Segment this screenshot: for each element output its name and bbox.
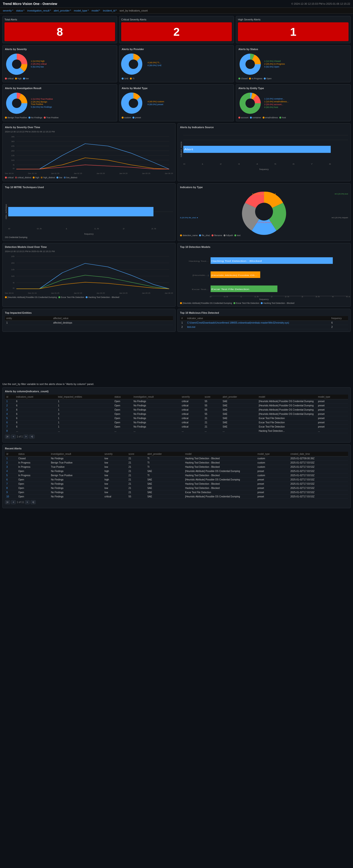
model-cell: Hacking Tool Detection... (258, 429, 317, 433)
svg-text:Excar Test...: Excar Test... (192, 288, 209, 290)
score-cell: ... (203, 429, 221, 433)
detection-models-chart: 25 20 15 10 5 0 (5, 254, 173, 291)
table-row: 3 6 1 Open No Findings critical 55 SAE [… (5, 408, 348, 412)
recent-id-cell[interactable]: 8 (5, 486, 17, 490)
alert-id-cell[interactable]: 8 (5, 429, 15, 433)
alert-id-cell[interactable]: 5 (5, 416, 15, 421)
filter-investigation[interactable]: investigation_result (27, 9, 51, 12)
alerts-by-column-card: Alerts by column(indicators_count) id in… (2, 387, 351, 442)
malicious-file-value2[interactable]: test.exe (186, 325, 330, 329)
svg-text:1: 1 (65, 228, 67, 230)
recent-status-cell: Open (17, 477, 50, 482)
svg-point-2 (245, 60, 255, 69)
recent-model-type-cell: custom (256, 461, 289, 465)
total-impacted-cell: 1 (57, 421, 113, 425)
recent-model-type-cell: preset (256, 469, 289, 473)
table-row: 10 Open No Findings critical 55 SAE [Heu… (5, 495, 348, 499)
recent-investigation-cell: No Findings (50, 477, 103, 482)
model-cell: Excar Test File Detection (258, 416, 317, 421)
alert-id-cell[interactable]: 6 (5, 421, 15, 425)
severity-cell: critical (180, 421, 203, 425)
recent-model-cell: Hacking Tool Detection - Blocked (184, 473, 256, 477)
recent-id-cell[interactable]: 6 (5, 477, 17, 482)
pie-charts-row-2: Alerts by Investigation Result 1 (12.5%)… (2, 84, 351, 121)
svg-text:1.5: 1.5 (94, 228, 99, 230)
provider-cell: SAE (221, 412, 257, 416)
recent-created-cell: 2025-01-02T17:03:53Z (289, 473, 348, 477)
recent-status-cell: Open (17, 469, 50, 473)
alert-id-cell[interactable]: 7 (5, 425, 15, 429)
col-indicators-count: indicators_count (15, 395, 57, 399)
table-row: 3 In Progress True Positive low 21 TI Ha… (5, 465, 348, 469)
recent-id-cell[interactable]: 7 (5, 482, 17, 486)
provider-legend: SAE TI (122, 78, 231, 80)
alert-id-cell[interactable]: 1 (5, 399, 15, 404)
prev-page-btn[interactable]: < (11, 435, 16, 439)
entities-malicious-row: Top Impacted Entities entity affected_va… (2, 309, 351, 332)
recent-provider-cell: TI (146, 473, 184, 477)
entity-cell: 1 (5, 321, 52, 325)
alert-id-cell[interactable]: 4 (5, 412, 15, 416)
alert-id-cell[interactable]: 2 (5, 404, 15, 408)
next-page-btn[interactable]: > (24, 435, 28, 439)
investigation-cell: No Findings (132, 404, 180, 408)
status-legend: Closed In Progress Open (238, 78, 348, 80)
col-model-type: model_type (317, 395, 348, 399)
detection-models-x-axis: Dec 30 24Dec 31 24Jan 01 25Jan 02 25Jan … (5, 291, 173, 294)
recent-id-cell[interactable]: 1 (5, 457, 17, 461)
svg-text:20: 20 (11, 262, 14, 264)
provider-pie (122, 53, 145, 76)
filter-status[interactable]: status (16, 9, 25, 12)
recent-model-type-cell: preset (256, 482, 289, 486)
recent-id-cell[interactable]: 4 (5, 469, 17, 473)
investigation-cell: No Findings (132, 399, 180, 404)
table-row: 1 affected_desktops (5, 321, 173, 325)
model-cell: Excar Test File Detection (258, 421, 317, 425)
recent-created-cell: 2025-01-02T17:03:53Z (289, 461, 348, 465)
recent-status-cell: Open (17, 490, 50, 495)
top10-malicious-files-card: Top 10 Malicious Files Detected # indica… (177, 309, 351, 332)
top-impacted-entities-card: Top Impacted Entities entity affected_va… (2, 309, 176, 332)
filter-model-type[interactable]: model_type (74, 9, 89, 12)
svg-text:0.5: 0.5 (37, 228, 42, 230)
filter-incident[interactable]: incident_id (103, 9, 117, 12)
recent-next-page-btn[interactable]: > (25, 500, 30, 504)
empty-space (2, 334, 351, 381)
first-page-btn[interactable]: |< (5, 435, 10, 439)
recent-investigation-cell: No Findings (50, 482, 103, 486)
filter-model[interactable]: model (92, 9, 100, 12)
filter-severity[interactable]: severity (3, 9, 13, 12)
recent-id-cell[interactable]: 2 (5, 461, 17, 465)
recent-model-type-cell: custom (256, 457, 289, 461)
recent-id-cell[interactable]: 5 (5, 473, 17, 477)
alerts-by-column-pagination: |< < 1 of 1 > >| (5, 433, 348, 440)
last-page-btn[interactable]: >| (29, 435, 34, 439)
model-type-cell: preset (317, 399, 348, 404)
alert-id-cell[interactable]: 3 (5, 408, 15, 412)
recent-first-page-btn[interactable]: |< (5, 500, 10, 504)
indicators-count-cell: 6 (15, 404, 57, 408)
indicators-count-cell: 6 (15, 412, 57, 416)
recent-status-cell: Open (17, 495, 50, 499)
recent-id-cell[interactable]: 10 (5, 495, 17, 499)
investigation-cell: No Findings (132, 425, 180, 429)
table-row: 1 Closed No Findings low 21 TI Hacking T… (5, 457, 348, 461)
indicators-count-cell: 6 (15, 416, 57, 421)
recent-id-cell[interactable]: 9 (5, 490, 17, 495)
svg-text:Hacking Tool Detection - Block: Hacking Tool Detection - Blocked (211, 260, 262, 262)
severity-over-time-card: Alerts by Severity Over Time 2024-12-30 … (2, 123, 176, 181)
svg-text:1: 1 (240, 296, 242, 298)
svg-text:Alert: Alert (184, 148, 193, 151)
svg-text:20: 20 (11, 150, 14, 152)
model-type-cell: preset (317, 421, 348, 425)
recent-col-created: created_date_time (289, 452, 348, 457)
malicious-file-value[interactable]: C:\Users\Crest\Downloads\Unconfirmed 198… (186, 321, 330, 325)
svg-text:1: 1 (201, 163, 204, 165)
recent-id-cell[interactable]: 3 (5, 465, 17, 469)
svg-text:4.5: 4.5 (346, 296, 350, 298)
filter-provider[interactable]: alert_provider (54, 9, 71, 12)
recent-last-page-btn[interactable]: >| (31, 500, 36, 504)
recent-prev-page-btn[interactable]: < (11, 500, 16, 504)
score-cell: 21 (203, 416, 221, 421)
investigation-legend: Benign True Positive No Findings True Po… (5, 116, 115, 119)
